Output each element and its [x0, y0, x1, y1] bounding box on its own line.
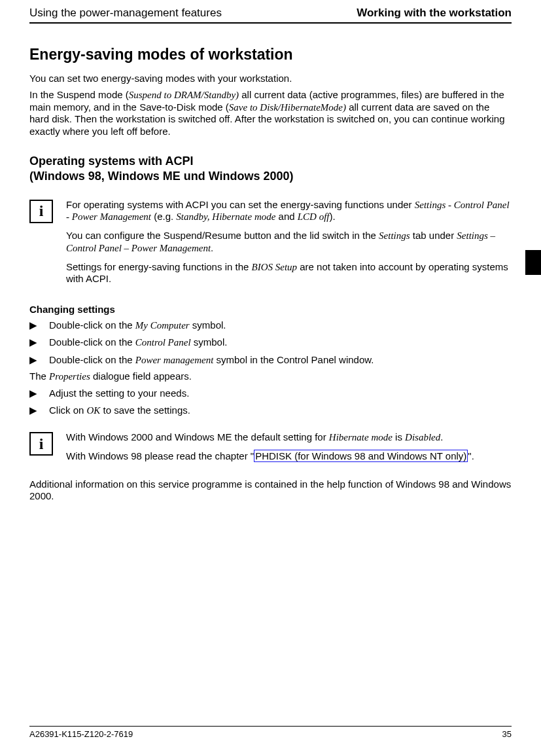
page-header: Using the power-management features Work…: [29, 7, 512, 24]
text: Settings for energy-saving functions in …: [66, 261, 252, 272]
text: dialogue field appears.: [90, 370, 192, 382]
text: symbol in the Control Panel window.: [213, 354, 374, 365]
info-icon: i: [29, 200, 53, 223]
step-marker-icon: ▶: [29, 319, 49, 332]
info2-p1: With Windows 2000 and Windows ME the def…: [66, 431, 474, 444]
text: The: [29, 370, 49, 382]
footer-page-number: 35: [502, 729, 512, 739]
text: Double-click on the: [49, 319, 135, 331]
text: tab under: [410, 230, 457, 241]
step-marker-icon: ▶: [29, 404, 49, 417]
text: .: [440, 431, 443, 442]
step-text: Click on OK to save the settings.: [49, 404, 190, 417]
info-note-2: i With Windows 2000 and Windows ME the d…: [29, 431, 512, 469]
text: ".: [468, 450, 474, 461]
header-right: Working with the workstation: [357, 7, 512, 20]
text: For operating systems with ACPI you can …: [66, 199, 415, 210]
italic-text: Hibernate mode: [329, 432, 393, 442]
step-text: Adjust the setting to your needs.: [49, 387, 189, 400]
step-text: Double-click on the Control Panel symbol…: [49, 336, 227, 349]
step-item: ▶ Double-click on the Power management s…: [29, 353, 512, 367]
step-item: ▶ Double-click on the My Computer symbol…: [29, 319, 512, 332]
step-marker-icon: ▶: [29, 336, 49, 349]
text: Click on: [49, 405, 87, 416]
italic-text: Settings: [379, 230, 410, 241]
text: symbol.: [191, 336, 228, 348]
step-marker-icon: ▶: [29, 387, 49, 400]
text: Double-click on the: [49, 354, 135, 365]
info2-p2: With Windows 98 please read the chapter …: [66, 450, 474, 463]
italic-text: OK: [87, 405, 101, 416]
page-footer: A26391-K115-Z120-2-7619 35: [29, 726, 512, 739]
subheading-line-1: Operating systems with ACPI: [29, 154, 193, 168]
step-text: Double-click on the My Computer symbol.: [49, 319, 226, 332]
header-left: Using the power-management features: [29, 7, 222, 20]
info-icon: i: [29, 432, 53, 456]
step-item: ▶ Click on OK to save the settings.: [29, 404, 512, 417]
intro-paragraph-1: You can set two energy-saving modes with…: [29, 73, 512, 85]
italic-text: BIOS Setup: [252, 262, 298, 272]
text: is: [393, 431, 405, 442]
info-text: With Windows 2000 and Windows ME the def…: [66, 431, 474, 469]
subsection-heading: Operating systems with ACPI (Windows 98,…: [29, 154, 512, 185]
italic-text: Power management: [135, 355, 214, 365]
italic-text: Properties: [49, 371, 90, 382]
step-marker-icon: ▶: [29, 353, 49, 367]
info-text: For operating systems with ACPI you can …: [66, 199, 512, 293]
info-icon-glyph: i: [39, 435, 44, 453]
text: to save the settings.: [100, 405, 190, 416]
info1-p2: You can configure the Suspend/Resume but…: [66, 230, 512, 255]
text: With Windows 2000 and Windows ME the def…: [66, 431, 329, 442]
text: With Windows 98 please read the chapter …: [66, 450, 254, 461]
subheading-line-2: (Windows 98, Windows ME und Windows 2000…: [29, 170, 294, 183]
step-item: ▶ Double-click on the Control Panel symb…: [29, 336, 512, 349]
properties-text: The Properties dialogue field appears.: [29, 370, 512, 383]
changing-settings-heading: Changing settings: [29, 304, 512, 315]
italic-text: Control Panel: [135, 337, 191, 348]
thumb-index-tab: [525, 250, 541, 275]
italic-text: Save to Disk/HibernateMode): [229, 102, 346, 113]
step-text: Double-click on the Power management sym…: [49, 353, 374, 367]
italic-text: Standby, Hibernate mode: [176, 211, 275, 222]
text: You can configure the Suspend/Resume but…: [66, 230, 379, 241]
info1-p1: For operating systems with ACPI you can …: [66, 199, 512, 224]
step-item: ▶ Adjust the setting to your needs.: [29, 387, 512, 400]
footer-doc-id: A26391-K115-Z120-2-7619: [29, 729, 133, 739]
text: and: [275, 211, 297, 222]
cross-reference-link[interactable]: PHDISK (for Windows 98 and Windows NT on…: [254, 450, 468, 462]
closing-paragraph: Additional information on this service p…: [29, 478, 512, 503]
italic-text: Suspend to DRAM/Standby): [129, 90, 239, 100]
info1-p3: Settings for energy-saving functions in …: [66, 261, 512, 286]
italic-text: My Computer: [135, 320, 190, 331]
section-heading: Energy-saving modes of workstation: [29, 46, 512, 63]
intro-paragraph-2: In the Suspend mode (Suspend to DRAM/Sta…: [29, 89, 512, 138]
info-note-1: i For operating systems with ACPI you ca…: [29, 199, 512, 293]
text: ).: [330, 211, 336, 222]
text: symbol.: [190, 319, 226, 331]
text: In the Suspend mode (: [29, 89, 129, 100]
italic-text: Disabled: [405, 432, 440, 442]
text: (e.g.: [151, 211, 176, 222]
italic-text: LCD off: [298, 211, 330, 222]
text: Double-click on the: [49, 336, 135, 348]
text: .: [211, 242, 213, 253]
info-icon-glyph: i: [39, 202, 44, 220]
